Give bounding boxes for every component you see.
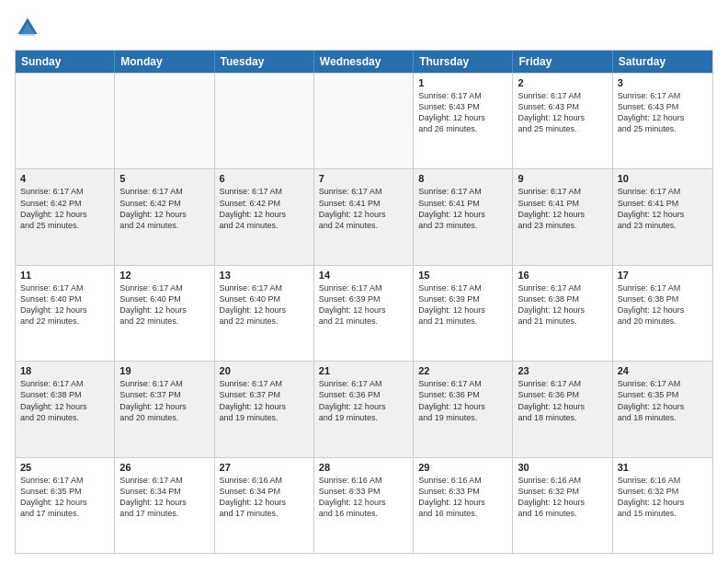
day-info: Sunrise: 6:17 AM Sunset: 6:40 PM Dayligh…	[119, 282, 209, 327]
day-info: Sunrise: 6:17 AM Sunset: 6:35 PM Dayligh…	[20, 475, 109, 520]
day-cell-14: 14Sunrise: 6:17 AM Sunset: 6:39 PM Dayli…	[314, 266, 414, 361]
day-cell-12: 12Sunrise: 6:17 AM Sunset: 6:40 PM Dayli…	[115, 266, 214, 361]
day-header-thursday: Thursday	[414, 51, 513, 73]
day-info: Sunrise: 6:17 AM Sunset: 6:41 PM Dayligh…	[319, 186, 408, 231]
page: SundayMondayTuesdayWednesdayThursdayFrid…	[0, 0, 728, 563]
day-header-sunday: Sunday	[16, 51, 115, 73]
day-cell-22: 22Sunrise: 6:17 AM Sunset: 6:36 PM Dayli…	[414, 362, 513, 456]
day-cell-8: 8Sunrise: 6:17 AM Sunset: 6:41 PM Daylig…	[414, 169, 513, 264]
day-number: 23	[518, 365, 607, 376]
day-info: Sunrise: 6:16 AM Sunset: 6:33 PM Dayligh…	[319, 475, 408, 520]
day-cell-20: 20Sunrise: 6:17 AM Sunset: 6:37 PM Dayli…	[215, 362, 314, 456]
day-cell-29: 29Sunrise: 6:16 AM Sunset: 6:33 PM Dayli…	[414, 458, 513, 553]
day-number: 3	[618, 77, 708, 88]
day-cell-5: 5Sunrise: 6:17 AM Sunset: 6:42 PM Daylig…	[115, 169, 214, 264]
day-info: Sunrise: 6:17 AM Sunset: 6:38 PM Dayligh…	[20, 378, 109, 423]
day-number: 4	[20, 173, 109, 184]
day-headers: SundayMondayTuesdayWednesdayThursdayFrid…	[16, 51, 712, 73]
empty-cell	[115, 74, 214, 168]
day-number: 12	[119, 270, 209, 281]
logo-icon	[15, 15, 40, 40]
day-cell-30: 30Sunrise: 6:16 AM Sunset: 6:32 PM Dayli…	[513, 458, 612, 553]
day-header-tuesday: Tuesday	[215, 51, 314, 73]
week-row-3: 11Sunrise: 6:17 AM Sunset: 6:40 PM Dayli…	[16, 265, 712, 361]
day-cell-24: 24Sunrise: 6:17 AM Sunset: 6:35 PM Dayli…	[613, 362, 712, 456]
day-cell-18: 18Sunrise: 6:17 AM Sunset: 6:38 PM Dayli…	[16, 362, 115, 456]
day-info: Sunrise: 6:17 AM Sunset: 6:36 PM Dayligh…	[418, 378, 507, 423]
day-info: Sunrise: 6:16 AM Sunset: 6:33 PM Dayligh…	[418, 475, 507, 520]
day-info: Sunrise: 6:17 AM Sunset: 6:35 PM Dayligh…	[618, 378, 708, 423]
empty-cell	[16, 74, 115, 168]
day-cell-17: 17Sunrise: 6:17 AM Sunset: 6:38 PM Dayli…	[613, 266, 712, 361]
day-info: Sunrise: 6:17 AM Sunset: 6:41 PM Dayligh…	[418, 186, 507, 231]
day-info: Sunrise: 6:17 AM Sunset: 6:38 PM Dayligh…	[618, 282, 708, 327]
header	[15, 15, 713, 40]
day-number: 1	[418, 77, 507, 88]
day-number: 15	[418, 270, 507, 281]
calendar: SundayMondayTuesdayWednesdayThursdayFrid…	[15, 50, 713, 554]
day-number: 25	[20, 462, 109, 473]
day-number: 8	[418, 173, 507, 184]
day-number: 29	[418, 462, 507, 473]
day-info: Sunrise: 6:17 AM Sunset: 6:36 PM Dayligh…	[319, 378, 408, 423]
day-info: Sunrise: 6:17 AM Sunset: 6:39 PM Dayligh…	[418, 282, 507, 327]
day-number: 17	[618, 270, 708, 281]
day-info: Sunrise: 6:17 AM Sunset: 6:43 PM Dayligh…	[418, 90, 507, 135]
day-number: 22	[418, 365, 507, 376]
day-number: 27	[220, 462, 309, 473]
day-cell-16: 16Sunrise: 6:17 AM Sunset: 6:38 PM Dayli…	[513, 266, 612, 361]
week-row-5: 25Sunrise: 6:17 AM Sunset: 6:35 PM Dayli…	[16, 457, 712, 553]
day-number: 28	[319, 462, 408, 473]
day-info: Sunrise: 6:17 AM Sunset: 6:42 PM Dayligh…	[119, 186, 209, 231]
day-cell-23: 23Sunrise: 6:17 AM Sunset: 6:36 PM Dayli…	[513, 362, 612, 456]
day-number: 20	[220, 365, 309, 376]
day-cell-7: 7Sunrise: 6:17 AM Sunset: 6:41 PM Daylig…	[314, 169, 414, 264]
day-cell-10: 10Sunrise: 6:17 AM Sunset: 6:41 PM Dayli…	[613, 169, 712, 264]
day-cell-3: 3Sunrise: 6:17 AM Sunset: 6:43 PM Daylig…	[613, 74, 712, 168]
day-number: 19	[119, 365, 209, 376]
day-info: Sunrise: 6:17 AM Sunset: 6:37 PM Dayligh…	[220, 378, 309, 423]
day-cell-4: 4Sunrise: 6:17 AM Sunset: 6:42 PM Daylig…	[16, 169, 115, 264]
day-info: Sunrise: 6:17 AM Sunset: 6:40 PM Dayligh…	[20, 282, 109, 327]
day-cell-26: 26Sunrise: 6:17 AM Sunset: 6:34 PM Dayli…	[115, 458, 214, 553]
day-cell-27: 27Sunrise: 6:16 AM Sunset: 6:34 PM Dayli…	[215, 458, 314, 553]
day-info: Sunrise: 6:17 AM Sunset: 6:39 PM Dayligh…	[319, 282, 408, 327]
day-info: Sunrise: 6:17 AM Sunset: 6:41 PM Dayligh…	[618, 186, 708, 231]
empty-cell	[314, 74, 414, 168]
empty-cell	[215, 74, 314, 168]
day-number: 31	[618, 462, 708, 473]
day-cell-25: 25Sunrise: 6:17 AM Sunset: 6:35 PM Dayli…	[16, 458, 115, 553]
day-number: 14	[319, 270, 408, 281]
day-info: Sunrise: 6:17 AM Sunset: 6:42 PM Dayligh…	[20, 186, 109, 231]
logo	[15, 15, 44, 40]
day-cell-2: 2Sunrise: 6:17 AM Sunset: 6:43 PM Daylig…	[513, 74, 612, 168]
calendar-body: 1Sunrise: 6:17 AM Sunset: 6:43 PM Daylig…	[16, 73, 712, 553]
day-cell-6: 6Sunrise: 6:17 AM Sunset: 6:42 PM Daylig…	[215, 169, 314, 264]
week-row-1: 1Sunrise: 6:17 AM Sunset: 6:43 PM Daylig…	[16, 73, 712, 168]
day-number: 10	[618, 173, 708, 184]
day-info: Sunrise: 6:17 AM Sunset: 6:43 PM Dayligh…	[618, 90, 708, 135]
day-number: 21	[319, 365, 408, 376]
day-number: 26	[119, 462, 209, 473]
day-header-friday: Friday	[513, 51, 612, 73]
day-number: 9	[518, 173, 607, 184]
day-header-saturday: Saturday	[613, 51, 712, 73]
day-cell-13: 13Sunrise: 6:17 AM Sunset: 6:40 PM Dayli…	[215, 266, 314, 361]
day-info: Sunrise: 6:17 AM Sunset: 6:36 PM Dayligh…	[518, 378, 607, 423]
day-number: 16	[518, 270, 607, 281]
day-number: 13	[220, 270, 309, 281]
day-cell-11: 11Sunrise: 6:17 AM Sunset: 6:40 PM Dayli…	[16, 266, 115, 361]
day-cell-15: 15Sunrise: 6:17 AM Sunset: 6:39 PM Dayli…	[414, 266, 513, 361]
day-number: 2	[518, 77, 607, 88]
day-info: Sunrise: 6:17 AM Sunset: 6:42 PM Dayligh…	[220, 186, 309, 231]
day-cell-19: 19Sunrise: 6:17 AM Sunset: 6:37 PM Dayli…	[115, 362, 214, 456]
day-header-wednesday: Wednesday	[314, 51, 414, 73]
day-info: Sunrise: 6:17 AM Sunset: 6:43 PM Dayligh…	[518, 90, 607, 135]
week-row-2: 4Sunrise: 6:17 AM Sunset: 6:42 PM Daylig…	[16, 168, 712, 264]
day-info: Sunrise: 6:17 AM Sunset: 6:40 PM Dayligh…	[220, 282, 309, 327]
day-info: Sunrise: 6:17 AM Sunset: 6:38 PM Dayligh…	[518, 282, 607, 327]
day-info: Sunrise: 6:16 AM Sunset: 6:34 PM Dayligh…	[220, 475, 309, 520]
day-number: 7	[319, 173, 408, 184]
day-header-monday: Monday	[115, 51, 214, 73]
day-number: 11	[20, 270, 109, 281]
